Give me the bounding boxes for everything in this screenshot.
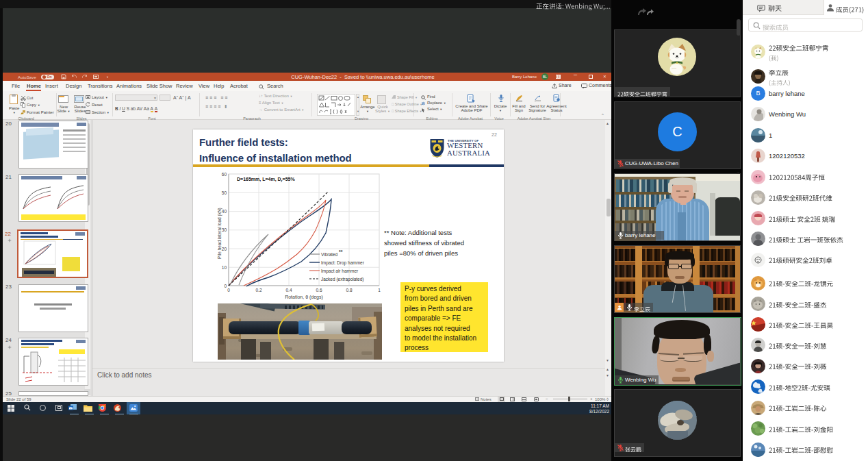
svg-text:0.2: 0.2 <box>255 288 261 292</box>
svg-text:20: 20 <box>222 247 227 251</box>
svg-text:0: 0 <box>227 288 230 292</box>
svg-text:0: 0 <box>224 284 227 288</box>
svg-text:Pile head lateral load (kN): Pile head lateral load (kN) <box>217 208 222 259</box>
svg-text:30: 30 <box>222 227 227 232</box>
svg-text:Rotation, θ (degs): Rotation, θ (degs) <box>285 295 323 300</box>
svg-text:10: 10 <box>222 265 227 270</box>
svg-text:Vibrated: Vibrated <box>321 252 337 257</box>
svg-text:1: 1 <box>378 288 381 292</box>
svg-text:Impact: Drop hammer: Impact: Drop hammer <box>321 260 365 266</box>
svg-text:0.8: 0.8 <box>346 288 352 292</box>
svg-text:0.4: 0.4 <box>285 288 292 292</box>
svg-text:**: ** <box>339 249 343 254</box>
svg-text:50: 50 <box>222 190 227 195</box>
svg-text:0.6: 0.6 <box>316 288 322 292</box>
svg-text:Impact air hammer: Impact air hammer <box>321 269 359 274</box>
svg-text:60: 60 <box>222 172 227 177</box>
svg-text:Jacked (extrapolated): Jacked (extrapolated) <box>321 277 364 282</box>
svg-text:40: 40 <box>222 209 227 214</box>
